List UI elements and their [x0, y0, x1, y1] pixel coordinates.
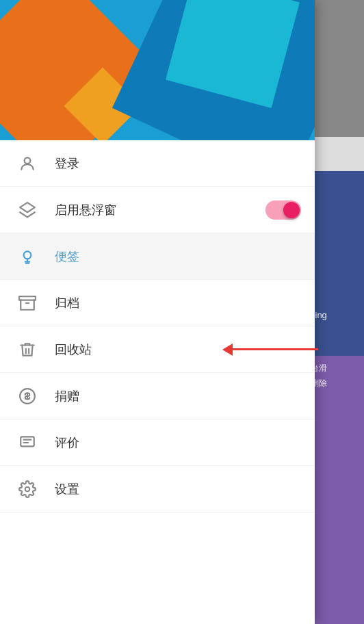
- bulb-icon: [14, 243, 41, 270]
- hamburger-menu[interactable]: [335, 10, 350, 21]
- drawer-header: [0, 0, 315, 140]
- hamburger-line-1: [335, 10, 350, 12]
- menu-label-review: 评价: [55, 434, 301, 451]
- menu-label-settings: 设置: [55, 481, 301, 497]
- menu-item-archive[interactable]: 归档: [0, 280, 315, 326]
- gear-icon: [14, 476, 41, 503]
- right-panel-bottom: 台滑删除: [307, 356, 364, 624]
- toggle-knob: [283, 202, 300, 218]
- right-panel-divider: [307, 137, 364, 171]
- svg-point-0: [25, 157, 31, 164]
- floating-window-toggle[interactable]: [265, 200, 301, 220]
- menu-label-donate: 捐赠: [55, 388, 301, 404]
- svg-point-2: [24, 251, 31, 259]
- arrow-line: [233, 348, 318, 350]
- comment-icon: [14, 429, 41, 456]
- menu-item-notes[interactable]: 便签: [0, 233, 315, 280]
- menu-item-review[interactable]: 评价: [0, 419, 315, 466]
- svg-rect-10: [21, 437, 34, 446]
- menu-label-login: 登录: [55, 155, 301, 172]
- navigation-drawer: 登录 启用悬浮窗: [0, 0, 315, 624]
- layers-icon: [14, 196, 41, 224]
- menu-item-trash[interactable]: 回收站: [0, 326, 315, 373]
- hamburger-line-2: [335, 15, 350, 16]
- hamburger-line-3: [335, 20, 350, 21]
- red-arrow: [222, 343, 318, 356]
- menu-item-floating-window[interactable]: 启用悬浮窗: [0, 187, 315, 233]
- menu-list: 登录 启用悬浮窗: [0, 140, 315, 512]
- person-icon: [14, 150, 41, 177]
- arrow-head: [222, 343, 233, 356]
- archive-icon: [14, 289, 41, 317]
- right-panel: sing 台滑删除: [307, 0, 364, 624]
- menu-item-login[interactable]: 登录: [0, 140, 315, 187]
- menu-item-settings[interactable]: 设置: [0, 466, 315, 512]
- toggle-switch[interactable]: [265, 200, 301, 220]
- menu-label-notes: 便签: [55, 248, 301, 265]
- right-panel-mid: [307, 171, 364, 274]
- svg-rect-6: [19, 296, 36, 300]
- menu-label-floating-window: 启用悬浮窗: [55, 202, 265, 218]
- menu-label-archive: 归档: [55, 295, 301, 311]
- menu-item-donate[interactable]: 捐赠: [0, 373, 315, 419]
- trash-icon: [14, 336, 41, 363]
- svg-marker-1: [20, 203, 35, 212]
- dollar-icon: [14, 382, 41, 410]
- svg-point-13: [25, 486, 30, 491]
